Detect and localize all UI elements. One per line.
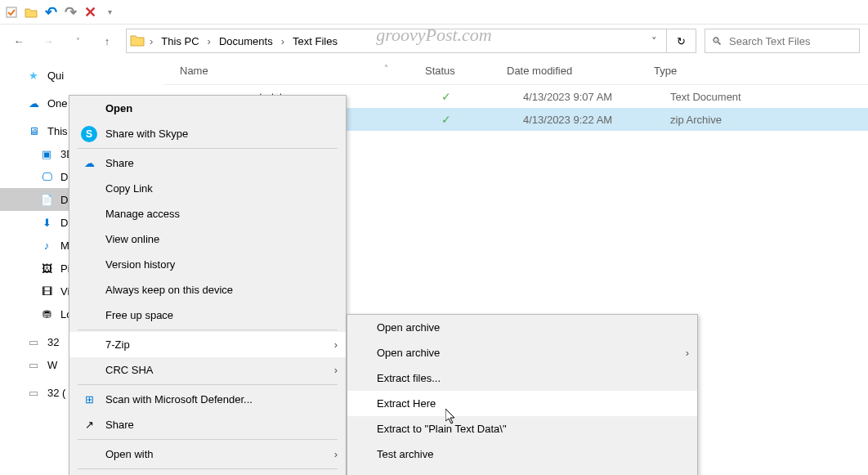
menu-label: Open with: [105, 448, 154, 460]
submenu-extract-here[interactable]: Extract Here: [347, 391, 697, 416]
check-icon: ✓: [441, 113, 451, 126]
dropdown-icon[interactable]: ▾: [103, 6, 116, 19]
menu-label: 7-Zip: [105, 338, 130, 351]
sidebar-item-label: One: [47, 97, 68, 110]
column-date[interactable]: Date modified: [507, 65, 654, 77]
menu-label: Version history: [105, 258, 175, 271]
video-icon: 🎞: [39, 284, 54, 298]
column-status[interactable]: Status: [425, 65, 507, 77]
submenu-test-archive[interactable]: Test archive: [347, 441, 697, 467]
menu-share2[interactable]: ↗Share: [69, 412, 346, 437]
doc-icon: 📄: [39, 192, 54, 207]
chevron-right-icon: ›: [686, 347, 689, 359]
up-button[interactable]: ↑: [96, 30, 118, 52]
desktop-icon: 🖵: [39, 169, 54, 184]
sidebar-item-label: 32 (: [47, 387, 65, 399]
menu-label: Free up space: [105, 309, 173, 321]
file-status: ✓: [441, 90, 523, 103]
sidebar-item-label: Qui: [47, 69, 64, 82]
menu-label: Always keep on this device: [105, 284, 233, 296]
menu-7zip[interactable]: 7-Zip›: [69, 332, 346, 357]
titlebar: ↶ ↷ ✕ ▾: [0, 0, 868, 25]
menu-defender[interactable]: ⊞Scan with Microsoft Defender...: [69, 387, 346, 412]
chevron-down-icon[interactable]: ˅: [645, 35, 663, 47]
search-placeholder: Search Text Files: [729, 35, 810, 47]
menu-freeup[interactable]: Free up space: [69, 302, 346, 328]
breadcrumb-root[interactable]: This PC: [158, 34, 202, 49]
breadcrumb-documents[interactable]: Documents: [216, 34, 276, 49]
redo-icon[interactable]: ↷: [64, 6, 77, 19]
menu-label: Manage access: [105, 208, 180, 220]
menu-version[interactable]: Version history: [69, 252, 346, 277]
chevron-right-icon[interactable]: ›: [278, 35, 288, 47]
sidebar-item-label: 32: [47, 336, 59, 348]
sidebar-item-label: This: [47, 125, 68, 137]
refresh-button[interactable]: ↻: [667, 29, 696, 53]
delete-icon[interactable]: ✕: [83, 6, 96, 19]
back-button[interactable]: ←: [8, 30, 29, 52]
submenu-extract-to[interactable]: Extract to "Plain Text Data\": [347, 416, 697, 441]
menu-always[interactable]: Always keep on this device: [69, 277, 346, 302]
menu-viewonline[interactable]: View online: [69, 226, 346, 252]
menu-openwith[interactable]: Open with›: [69, 441, 346, 467]
download-icon: ⬇: [39, 215, 54, 230]
picture-icon: 🖼: [39, 261, 54, 276]
cloud-icon: ☁: [26, 96, 41, 110]
sidebar-item-label: D: [60, 217, 68, 229]
search-input[interactable]: 🔍︎ Search Text Files: [705, 29, 860, 53]
shield-icon: ⊞: [81, 392, 97, 408]
file-type: Text Document: [670, 91, 868, 103]
menu-label: Extract Here: [377, 397, 436, 410]
submenu-open-archive-sub[interactable]: Open archive›: [347, 340, 697, 365]
breadcrumb-textfiles[interactable]: Text Files: [289, 34, 341, 49]
chevron-right-icon: ›: [334, 448, 338, 460]
file-date: 4/13/2023 9:22 AM: [523, 114, 670, 126]
menu-separator: [78, 329, 338, 330]
menu-label: Extract to "Plain Text Data\": [377, 423, 507, 435]
submenu-add-to-archive[interactable]: Add to archive...: [347, 467, 697, 475]
cloud-icon: ☁: [81, 155, 97, 172]
menu-manage[interactable]: Manage access: [69, 201, 346, 226]
submenu-open-archive[interactable]: Open archive: [347, 315, 697, 340]
column-type[interactable]: Type: [654, 65, 868, 77]
navbar: ← → ˅ ↑ › This PC › Documents › Text Fil…: [0, 25, 868, 57]
music-icon: ♪: [39, 238, 54, 253]
check-icon: ✓: [441, 90, 451, 103]
pc-icon: 🖥: [26, 123, 41, 138]
menu-label: Extract files...: [377, 372, 441, 384]
blank-icon: [81, 101, 97, 117]
menu-label: Open archive: [377, 321, 440, 334]
menu-label: Share with Skype: [105, 128, 188, 140]
sort-indicator-icon: ˄: [384, 64, 388, 73]
breadcrumb[interactable]: › This PC › Documents › Text Files ˅: [126, 29, 667, 53]
menu-share[interactable]: ☁Share: [69, 150, 346, 176]
search-icon: 🔍︎: [712, 35, 723, 47]
menu-label: Scan with Microsoft Defender...: [105, 393, 253, 406]
chevron-right-icon[interactable]: ›: [146, 35, 156, 47]
menu-skype[interactable]: SShare with Skype: [69, 121, 346, 146]
drive-icon: ▭: [26, 385, 41, 400]
menu-crcsha[interactable]: CRC SHA›: [69, 357, 346, 383]
menu-label: View online: [105, 233, 159, 245]
menu-giveaccess[interactable]: Give access to›: [69, 471, 346, 475]
menu-label: Test archive: [377, 448, 433, 460]
sidebar-item-label: W: [47, 359, 57, 371]
sidebar-item-label: D: [60, 171, 68, 183]
context-menu: Open SShare with Skype ☁Share Copy Link …: [69, 95, 347, 475]
checkbox-icon[interactable]: [5, 6, 18, 19]
svg-rect-0: [7, 7, 16, 17]
menu-separator: [78, 148, 338, 149]
submenu-extract-files[interactable]: Extract files...: [347, 365, 697, 391]
column-headers: Name Status Date modified Type: [163, 57, 868, 85]
folder-icon[interactable]: [25, 6, 38, 19]
undo-icon[interactable]: ↶: [44, 6, 57, 19]
menu-copylink[interactable]: Copy Link: [69, 176, 346, 201]
context-submenu-7zip: Open archive Open archive› Extract files…: [347, 314, 698, 475]
chevron-right-icon[interactable]: ›: [204, 35, 214, 47]
forward-button: →: [38, 30, 59, 52]
menu-open[interactable]: Open: [69, 96, 346, 121]
sidebar-item-label: D: [60, 194, 68, 206]
history-dropdown[interactable]: ˅: [67, 30, 88, 52]
menu-label: Share: [105, 419, 134, 431]
sidebar-item-quickaccess[interactable]: ★Qui: [0, 64, 163, 87]
